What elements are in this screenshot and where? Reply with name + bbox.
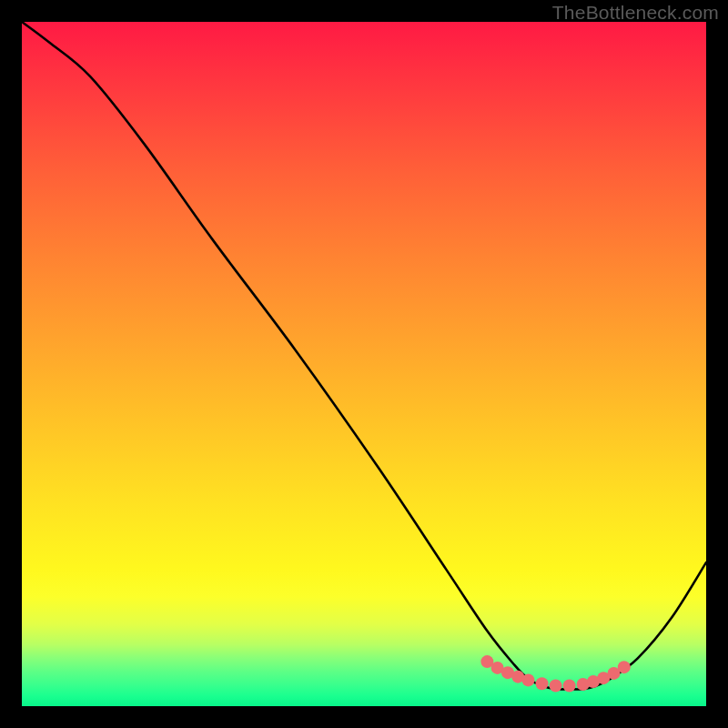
highlight-dot: [550, 679, 562, 692]
chart-stage: TheBottleneck.com: [0, 0, 728, 728]
highlight-dot: [521, 673, 534, 686]
curve-layer: [22, 22, 706, 706]
highlight-dot: [563, 679, 576, 692]
watermark-text: TheBottleneck.com: [552, 2, 719, 24]
highlight-dot: [618, 661, 631, 673]
bottleneck-curve: [22, 22, 706, 689]
highlight-dots: [480, 655, 630, 692]
plot-area: [22, 22, 706, 706]
highlight-dot: [536, 677, 549, 690]
